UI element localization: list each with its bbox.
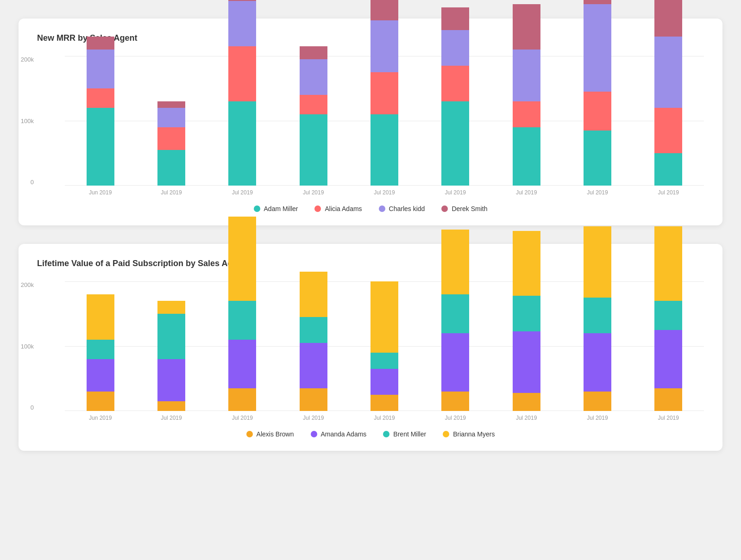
bar-stack[interactable] bbox=[584, 226, 611, 411]
bar-segment-amanda[interactable] bbox=[87, 359, 114, 392]
bar-segment-amanda[interactable] bbox=[441, 333, 469, 392]
bar-segment-adam[interactable] bbox=[87, 108, 114, 186]
bar-segment-adam[interactable] bbox=[654, 153, 682, 186]
x-label: Jul 2019 bbox=[370, 415, 398, 421]
bar-group bbox=[87, 294, 114, 411]
bar-stack[interactable] bbox=[300, 272, 327, 411]
bar-segment-derek[interactable] bbox=[300, 46, 327, 59]
bar-segment-brianna[interactable] bbox=[441, 230, 469, 294]
bar-segment-alexis[interactable] bbox=[654, 388, 682, 411]
bar-stack[interactable] bbox=[441, 7, 469, 186]
bar-segment-adam[interactable] bbox=[157, 150, 185, 186]
bar-segment-alexis[interactable] bbox=[370, 395, 398, 411]
bar-segment-amanda[interactable] bbox=[228, 340, 256, 388]
bar-segment-amanda[interactable] bbox=[370, 369, 398, 395]
bar-segment-brent[interactable] bbox=[228, 301, 256, 340]
bar-segment-derek[interactable] bbox=[654, 0, 682, 37]
bar-segment-alicia[interactable] bbox=[300, 95, 327, 114]
bar-segment-adam[interactable] bbox=[584, 131, 611, 186]
bar-stack[interactable] bbox=[370, 281, 398, 411]
x-label: Jul 2019 bbox=[228, 189, 256, 196]
bar-segment-charles[interactable] bbox=[300, 59, 327, 95]
bar-segment-brent[interactable] bbox=[87, 340, 114, 359]
bar-segment-charles[interactable] bbox=[441, 30, 469, 66]
bar-segment-alicia[interactable] bbox=[370, 72, 398, 114]
bar-segment-derek[interactable] bbox=[584, 0, 611, 4]
legend-item-brent: Brent Miller bbox=[383, 430, 426, 438]
bar-segment-alicia[interactable] bbox=[513, 101, 540, 127]
bar-segment-charles[interactable] bbox=[513, 50, 540, 101]
bar-segment-charles[interactable] bbox=[157, 108, 185, 127]
bar-segment-derek[interactable] bbox=[157, 101, 185, 108]
bar-stack[interactable] bbox=[370, 0, 398, 186]
bar-segment-amanda[interactable] bbox=[584, 333, 611, 392]
chart-1-area bbox=[65, 56, 704, 186]
bar-segment-brent[interactable] bbox=[300, 317, 327, 343]
bar-segment-brent[interactable] bbox=[441, 294, 469, 333]
bar-stack[interactable] bbox=[157, 101, 185, 186]
bar-segment-alexis[interactable] bbox=[87, 392, 114, 411]
bar-segment-alexis[interactable] bbox=[228, 388, 256, 411]
bar-stack[interactable] bbox=[228, 217, 256, 411]
bar-segment-alexis[interactable] bbox=[157, 401, 185, 411]
bar-segment-adam[interactable] bbox=[300, 114, 327, 186]
bar-segment-brent[interactable] bbox=[584, 298, 611, 333]
bar-group bbox=[157, 301, 185, 411]
bar-segment-brent[interactable] bbox=[157, 314, 185, 359]
bar-segment-amanda[interactable] bbox=[654, 330, 682, 388]
bar-stack[interactable] bbox=[87, 294, 114, 411]
bar-segment-adam[interactable] bbox=[370, 114, 398, 186]
bar-stack[interactable] bbox=[441, 230, 469, 411]
chart-2-bars bbox=[65, 281, 704, 411]
bar-segment-charles[interactable] bbox=[87, 50, 114, 88]
bar-segment-charles[interactable] bbox=[654, 37, 682, 108]
bar-segment-derek[interactable] bbox=[513, 4, 540, 50]
bar-stack[interactable] bbox=[513, 231, 540, 411]
bar-segment-brianna[interactable] bbox=[370, 281, 398, 353]
bar-segment-derek[interactable] bbox=[370, 0, 398, 20]
bar-segment-brianna[interactable] bbox=[87, 294, 114, 340]
bar-segment-brent[interactable] bbox=[654, 301, 682, 330]
bar-segment-adam[interactable] bbox=[513, 127, 540, 186]
bar-group bbox=[584, 226, 611, 411]
bar-segment-derek[interactable] bbox=[441, 7, 469, 30]
bar-segment-alexis[interactable] bbox=[513, 393, 540, 411]
bar-segment-alicia[interactable] bbox=[584, 92, 611, 131]
bar-segment-brianna[interactable] bbox=[157, 301, 185, 314]
bar-segment-brent[interactable] bbox=[370, 353, 398, 369]
bar-segment-brianna[interactable] bbox=[513, 231, 540, 296]
bar-segment-alexis[interactable] bbox=[584, 392, 611, 411]
bar-segment-alicia[interactable] bbox=[654, 108, 682, 153]
bar-group bbox=[228, 217, 256, 411]
bar-segment-alexis[interactable] bbox=[441, 392, 469, 411]
bar-segment-charles[interactable] bbox=[584, 4, 611, 92]
bar-stack[interactable] bbox=[87, 37, 114, 186]
bar-stack[interactable] bbox=[157, 301, 185, 411]
bar-segment-derek[interactable] bbox=[87, 37, 114, 50]
bar-segment-alicia[interactable] bbox=[87, 88, 114, 108]
bar-stack[interactable] bbox=[228, 0, 256, 186]
bar-segment-alicia[interactable] bbox=[441, 66, 469, 101]
x-label: Jul 2019 bbox=[300, 189, 327, 196]
bar-segment-adam[interactable] bbox=[228, 101, 256, 186]
bar-segment-alicia[interactable] bbox=[228, 46, 256, 101]
bar-segment-amanda[interactable] bbox=[513, 331, 540, 393]
bar-segment-brianna[interactable] bbox=[584, 226, 611, 298]
bar-segment-charles[interactable] bbox=[370, 20, 398, 72]
bar-stack[interactable] bbox=[654, 226, 682, 411]
bar-stack[interactable] bbox=[300, 46, 327, 186]
bar-segment-adam[interactable] bbox=[441, 101, 469, 186]
bar-stack[interactable] bbox=[513, 4, 540, 186]
bar-segment-alexis[interactable] bbox=[300, 388, 327, 411]
bar-segment-amanda[interactable] bbox=[157, 359, 185, 401]
bar-segment-amanda[interactable] bbox=[300, 343, 327, 388]
bar-stack[interactable] bbox=[584, 0, 611, 186]
bar-segment-charles[interactable] bbox=[228, 1, 256, 46]
bar-segment-brianna[interactable] bbox=[300, 272, 327, 317]
bar-segment-brent[interactable] bbox=[513, 296, 540, 331]
bar-segment-brianna[interactable] bbox=[228, 217, 256, 301]
bar-segment-brianna[interactable] bbox=[654, 226, 682, 301]
bar-segment-alicia[interactable] bbox=[157, 127, 185, 150]
x-label: Jul 2019 bbox=[157, 415, 185, 421]
bar-stack[interactable] bbox=[654, 0, 682, 186]
